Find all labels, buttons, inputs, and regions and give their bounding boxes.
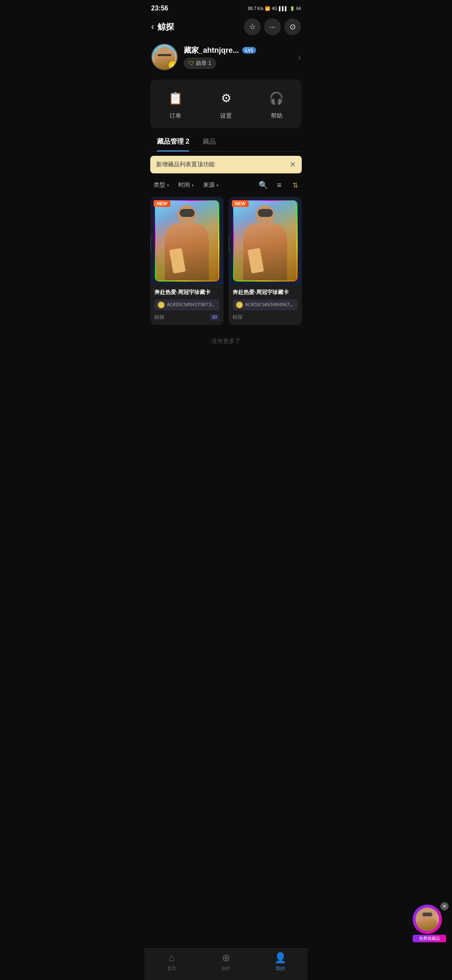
card-footer-2: 鲸探 — [233, 314, 298, 321]
user-name: 藏家_ahtnjqre... — [184, 45, 239, 55]
card-source-2: 鲸探 — [233, 314, 243, 321]
card-info-1: 奔赴热爱·周冠宇珍藏卡 ⬡ AC#ZGCS#8437907330 鲸探 3D — [150, 285, 223, 325]
items-grid: NEW START 奔赴热爱·周冠宇珍藏卡 ⬡ AC#ZGCS#84379073… — [144, 197, 308, 325]
filter-time-button[interactable]: 时间 ▾ — [175, 180, 197, 191]
settings-icon: ⚙ — [216, 88, 236, 108]
chevron-right-icon[interactable]: › — [298, 52, 301, 62]
star-icon: ☆ — [249, 22, 256, 31]
action-settings[interactable]: ⚙ 设置 — [201, 88, 252, 120]
header-left: ‹ 鲸探 — [151, 21, 174, 33]
card-source-1: 鲸探 — [154, 314, 164, 321]
sort-icon: ⇅ — [293, 181, 298, 189]
tab-collection-label: 藏品管理 2 — [157, 138, 189, 145]
filter-source-button[interactable]: 来源 ▾ — [200, 180, 222, 191]
hash-icon-2: ⬡ — [236, 302, 243, 308]
tooltip-banner: 新增藏品列表置顶功能 ✕ — [150, 156, 302, 173]
card-image-2: NEW START — [229, 197, 302, 285]
user-info: 藏家_ahtnjqre... LV1 🛡 勋章 1 — [184, 45, 292, 69]
battery-level: 64 — [296, 6, 301, 11]
card-image-inner-2: NEW START — [229, 197, 302, 285]
user-name-row: 藏家_ahtnjqre... LV1 — [184, 45, 292, 55]
hash-text-2: AC#ZGCS#6500496771 — [245, 302, 294, 307]
nft-card-2[interactable]: NEW START 奔赴热爱·周冠宇珍藏卡 ⬡ AC#ZGCS#65004967… — [229, 197, 302, 325]
list-view-button[interactable]: ≡ — [272, 178, 286, 192]
level-badge: LV1 — [242, 47, 256, 54]
medal-icon: 🛡 — [188, 60, 194, 67]
hash-icon-1: ⬡ — [158, 302, 164, 308]
card-3d-badge-1: 3D — [210, 314, 219, 320]
card-photo-2 — [234, 201, 297, 280]
page-title: 鲸探 — [157, 21, 174, 33]
holo-card-2 — [233, 200, 298, 281]
card-footer-1: 鲸探 3D — [154, 314, 219, 321]
signal-bar-icon: ▌▌▌ — [279, 6, 288, 11]
hash-text-1: AC#ZGCS#8437907330 — [167, 302, 216, 307]
tooltip-close-button[interactable]: ✕ — [290, 160, 296, 169]
card-info-2: 奔赴热爱·周冠宇珍藏卡 ⬡ AC#ZGCS#6500496771 鲸探 — [229, 285, 302, 325]
filter-type-button[interactable]: 类型 ▾ — [150, 180, 172, 191]
medal-badge[interactable]: 🛡 勋章 1 — [184, 58, 216, 69]
badge-row: 🛡 勋章 1 — [184, 58, 292, 69]
favorite-button[interactable]: ☆ — [244, 18, 261, 35]
order-icon: 📋 — [165, 88, 185, 108]
card-title-2: 奔赴热爱·周冠宇珍藏卡 — [233, 289, 298, 296]
more-icon: ··· — [269, 23, 275, 31]
medal-label: 勋章 1 — [196, 59, 211, 67]
filter-bar: 类型 ▾ 时间 ▾ 来源 ▾ 🔍 ≡ ⇅ — [144, 173, 308, 197]
start-label-2: START — [229, 235, 230, 251]
action-help[interactable]: 🎧 帮助 — [251, 88, 302, 120]
search-icon: 🔍 — [259, 181, 268, 190]
battery-icon: 🔋 — [290, 6, 295, 11]
quick-actions: 📋 订单 ⚙ 设置 🎧 帮助 — [150, 80, 302, 128]
record-button[interactable]: ⊙ — [284, 18, 301, 35]
settings-label: 设置 — [220, 112, 232, 120]
tab-creation[interactable]: 藏品 — [196, 132, 223, 151]
tab-creation-label: 藏品 — [203, 138, 216, 145]
start-label-1: START — [150, 235, 152, 251]
card-title-1: 奔赴热爱·周冠宇珍藏卡 — [154, 289, 219, 296]
tabs-row: 藏品管理 2 藏品 — [150, 132, 302, 152]
card-photo-1 — [156, 201, 218, 280]
card-image-inner-1: NEW START — [150, 197, 223, 285]
chevron-down-icon: ▾ — [167, 183, 169, 188]
search-button[interactable]: 🔍 — [257, 178, 270, 192]
no-more-label: 没有更多了 — [144, 325, 308, 358]
sort-button[interactable]: ⇅ — [288, 178, 302, 192]
avatar: ★ — [151, 44, 178, 70]
status-time: 23:56 — [151, 5, 168, 12]
holo-card-1 — [155, 200, 219, 281]
action-order[interactable]: 📋 订单 — [150, 88, 201, 120]
tooltip-text: 新增藏品列表置顶功能 — [156, 161, 215, 168]
order-label: 订单 — [170, 112, 181, 120]
network-speed: 88.7 K/s — [248, 6, 264, 11]
nft-card-1[interactable]: NEW START 奔赴热爱·周冠宇珍藏卡 ⬡ AC#ZGCS#84379073… — [150, 197, 223, 325]
filter-time-label: 时间 — [178, 181, 190, 189]
chevron-down-icon: ▾ — [216, 183, 218, 188]
more-button[interactable]: ··· — [264, 18, 281, 35]
filter-source-label: 来源 — [203, 181, 215, 189]
avatar-badge: ★ — [169, 61, 177, 70]
status-icons: 88.7 K/s 📶 4G ▌▌▌ 🔋 64 — [248, 6, 301, 11]
wifi-icon: 📶 — [265, 6, 270, 11]
signal-4g-icon: 4G — [272, 6, 277, 11]
back-button[interactable]: ‹ — [151, 21, 154, 32]
card-hash-1: ⬡ AC#ZGCS#8437907330 — [154, 299, 219, 310]
help-label: 帮助 — [271, 112, 282, 120]
user-card: ★ 藏家_ahtnjqre... LV1 🛡 勋章 1 › — [144, 39, 308, 75]
header-actions: ☆ ··· ⊙ — [244, 18, 301, 35]
record-icon: ⊙ — [290, 22, 296, 31]
tab-collection[interactable]: 藏品管理 2 — [150, 132, 196, 151]
list-icon: ≡ — [277, 181, 282, 190]
card-image-1: NEW START — [150, 197, 223, 285]
chevron-down-icon: ▾ — [192, 183, 194, 188]
new-badge-2: NEW — [232, 200, 249, 207]
filter-type-label: 类型 — [154, 181, 165, 189]
card-hash-2: ⬡ AC#ZGCS#6500496771 — [233, 299, 298, 310]
header: ‹ 鲸探 ☆ ··· ⊙ — [144, 15, 308, 39]
help-icon: 🎧 — [267, 88, 287, 108]
status-bar: 23:56 88.7 K/s 📶 4G ▌▌▌ 🔋 64 — [144, 0, 308, 15]
new-badge-1: NEW — [154, 200, 170, 207]
tabs-section: 藏品管理 2 藏品 — [144, 132, 308, 152]
